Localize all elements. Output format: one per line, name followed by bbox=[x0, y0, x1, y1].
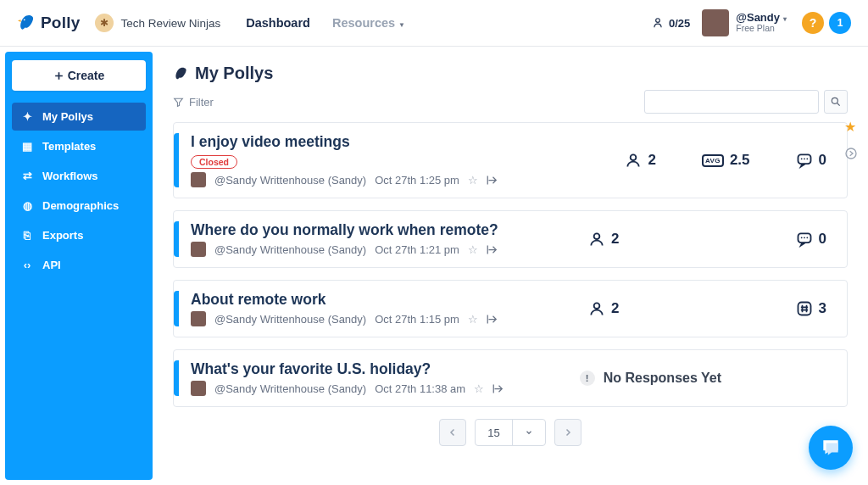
sidebar-item-label: Workflows bbox=[42, 170, 98, 182]
comments-stat: 0 bbox=[796, 231, 826, 248]
star-icon[interactable]: ☆ bbox=[468, 243, 478, 256]
page-size-chevron[interactable] bbox=[513, 420, 545, 445]
send-icon[interactable] bbox=[487, 174, 499, 187]
plus-icon bbox=[53, 70, 64, 81]
sidebar-item-templates[interactable]: ▦ Templates bbox=[12, 132, 146, 160]
avatar bbox=[702, 9, 729, 36]
polly-title: About remote work bbox=[191, 291, 588, 309]
send-icon[interactable] bbox=[492, 382, 505, 395]
search-input[interactable] bbox=[644, 90, 819, 114]
person-icon bbox=[588, 231, 605, 248]
svg-point-8 bbox=[846, 148, 856, 159]
polly-card[interactable]: About remote work @Sandy Writtenhouse (S… bbox=[173, 280, 848, 337]
workspace-icon: ✱ bbox=[95, 14, 114, 32]
sidebar-item-my-pollys[interactable]: ✦ My Pollys bbox=[12, 103, 146, 131]
code-icon: ‹› bbox=[20, 259, 34, 271]
hash-stat: 3 bbox=[796, 300, 826, 317]
avatar bbox=[191, 242, 206, 257]
sidebar-item-demographics[interactable]: ◍ Demographics bbox=[12, 192, 146, 220]
export-icon: ⎘ bbox=[20, 229, 34, 242]
search-icon bbox=[830, 96, 842, 108]
avatar bbox=[191, 172, 206, 187]
comments-stat: 0 bbox=[796, 152, 826, 169]
polly-title: Where do you normally work when remote? bbox=[191, 221, 588, 239]
parrot-icon: ✦ bbox=[20, 110, 34, 123]
svg-point-2 bbox=[631, 154, 637, 160]
avatar bbox=[191, 311, 206, 326]
sidebar-item-label: Exports bbox=[42, 229, 83, 242]
globe-icon: ◍ bbox=[20, 199, 34, 212]
avatar bbox=[191, 381, 206, 396]
allocation-counter[interactable]: 0/25 bbox=[652, 17, 690, 30]
svg-point-4 bbox=[594, 233, 600, 239]
notification-badge[interactable]: 1 bbox=[829, 12, 851, 34]
user-menu[interactable]: @Sandy▾ Free Plan bbox=[702, 9, 787, 36]
pagination: 15 bbox=[173, 419, 848, 446]
top-header: Polly ✱ Tech Review Ninjas Dashboard Res… bbox=[0, 0, 868, 47]
polly-card[interactable]: I enjoy video meetings Closed @Sandy Wri… bbox=[173, 122, 848, 198]
svg-point-0 bbox=[24, 19, 25, 20]
people-stat: 2 bbox=[588, 231, 619, 248]
right-rail: ★ bbox=[844, 119, 858, 160]
template-icon: ▦ bbox=[20, 140, 34, 153]
filter-button[interactable]: Filter bbox=[173, 96, 214, 109]
arrow-circle-icon[interactable] bbox=[844, 147, 858, 160]
star-icon[interactable]: ★ bbox=[844, 119, 858, 135]
people-stat: 2 bbox=[625, 152, 655, 169]
person-icon bbox=[588, 300, 605, 317]
content: My Pollys Filter I enjoy video meetings … bbox=[153, 52, 863, 480]
parrot-icon bbox=[173, 66, 188, 81]
sidebar-item-exports[interactable]: ⎘ Exports bbox=[12, 221, 146, 249]
next-page-button[interactable] bbox=[554, 419, 581, 446]
sidebar: Create ✦ My Pollys ▦ Templates ⇄ Workflo… bbox=[5, 52, 153, 480]
polly-card[interactable]: What's your favorite U.S. holiday? @Sand… bbox=[173, 349, 848, 407]
workspace-name: Tech Review Ninjas bbox=[120, 17, 220, 30]
nav-dashboard[interactable]: Dashboard bbox=[246, 16, 310, 30]
sidebar-item-label: Demographics bbox=[42, 199, 119, 212]
timestamp: Oct 27th 1:15 pm bbox=[375, 313, 459, 326]
author: @Sandy Writtenhouse (Sandy) bbox=[214, 243, 366, 256]
author: @Sandy Writtenhouse (Sandy) bbox=[214, 382, 366, 395]
chat-fab[interactable] bbox=[809, 426, 853, 470]
star-icon[interactable]: ☆ bbox=[468, 313, 478, 326]
sidebar-item-workflows[interactable]: ⇄ Workflows bbox=[12, 162, 146, 190]
workspace-selector[interactable]: ✱ Tech Review Ninjas bbox=[95, 14, 220, 32]
person-icon bbox=[652, 17, 664, 29]
polly-logo[interactable]: Polly bbox=[17, 14, 80, 32]
polly-card[interactable]: Where do you normally work when remote? … bbox=[173, 210, 848, 268]
exclamation-icon: ! bbox=[580, 371, 595, 386]
chevron-down-icon: ▼ bbox=[398, 21, 405, 29]
send-icon[interactable] bbox=[487, 313, 499, 326]
svg-point-6 bbox=[594, 303, 600, 309]
nav-resources[interactable]: Resources▼ bbox=[332, 16, 405, 30]
hash-icon bbox=[796, 300, 813, 317]
flow-icon: ⇄ bbox=[20, 170, 34, 182]
sidebar-item-label: Templates bbox=[42, 140, 96, 153]
star-icon[interactable]: ☆ bbox=[474, 382, 484, 395]
sidebar-item-label: My Pollys bbox=[42, 110, 93, 123]
page-title: My Pollys bbox=[173, 64, 848, 83]
sidebar-item-label: API bbox=[42, 259, 61, 271]
create-button[interactable]: Create bbox=[12, 60, 146, 91]
star-icon[interactable]: ☆ bbox=[468, 174, 478, 187]
people-stat: 2 bbox=[588, 300, 619, 317]
avg-icon: AVG bbox=[702, 154, 724, 167]
sidebar-item-api[interactable]: ‹› API bbox=[12, 251, 146, 279]
help-button[interactable]: ? bbox=[802, 12, 824, 34]
send-icon[interactable] bbox=[487, 243, 499, 256]
funnel-icon bbox=[173, 97, 184, 108]
avg-stat: AVG 2.5 bbox=[702, 152, 750, 169]
polly-title: I enjoy video meetings bbox=[191, 133, 625, 151]
prev-page-button[interactable] bbox=[439, 419, 466, 446]
search-button[interactable] bbox=[824, 90, 848, 114]
svg-rect-7 bbox=[798, 303, 810, 315]
author: @Sandy Writtenhouse (Sandy) bbox=[214, 313, 366, 326]
no-responses-label: No Responses Yet bbox=[604, 371, 721, 386]
page-size: 15 bbox=[476, 420, 512, 445]
author: @Sandy Writtenhouse (Sandy) bbox=[214, 174, 366, 187]
comment-icon bbox=[796, 152, 813, 169]
person-icon bbox=[625, 152, 642, 169]
svg-point-1 bbox=[832, 98, 837, 103]
logo-text: Polly bbox=[41, 14, 80, 32]
comment-icon bbox=[796, 231, 813, 248]
